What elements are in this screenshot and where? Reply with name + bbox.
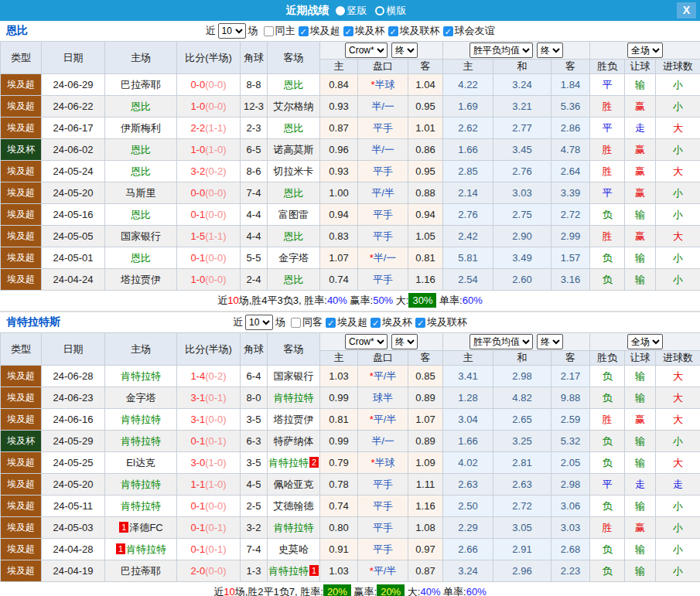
fulltime-score: 0-1	[190, 435, 205, 447]
checkbox-checked-icon[interactable]: ✓	[370, 318, 381, 328]
filter-埃及超[interactable]: ✓埃及超	[326, 315, 367, 329]
crow-select[interactable]: Crow*	[345, 334, 388, 349]
home-team-name: 金字塔	[126, 392, 156, 404]
cell-handicap-result: 赢	[625, 96, 656, 117]
filter-埃及杯[interactable]: ✓埃及杯	[370, 315, 412, 329]
matches-body: 埃及超24-06-29巴拉蒂耶0-0(0-0)8-8恩比0.84*半球1.044…	[1, 74, 700, 291]
cell-mean-away: 1.57	[551, 247, 590, 269]
match-count-select[interactable]: 10	[245, 315, 273, 330]
cell-date: 24-05-11	[42, 496, 105, 517]
cell-mean-home: 3.24	[443, 560, 493, 582]
filter-同客[interactable]: 同客	[291, 315, 323, 329]
cell-odds-away: 1.04	[408, 74, 443, 96]
summary-part: 60%	[466, 586, 487, 596]
home-team-name: 肯特拉特	[126, 543, 166, 555]
cell-handicap: 平手	[358, 517, 408, 539]
radio-selected-icon[interactable]	[336, 6, 345, 15]
match-row: 埃及超24-06-17伊斯梅利2-2(1-1)2-3恩比0.87平手1.012.…	[1, 117, 700, 139]
cell-corners: 2-4	[241, 269, 268, 291]
sections-container: 恩比 近 10 场 同主✓埃及超✓埃及杯✓埃及联杯✓球会友谊 类型 日期 主场	[0, 21, 700, 596]
checkbox-checked-icon[interactable]: ✓	[326, 318, 336, 328]
cell-date: 24-05-03	[42, 517, 105, 539]
match-row: 埃及超24-06-16肯特拉特3-1(0-0)3-5塔拉贾伊0.81*平/半1.…	[1, 409, 700, 431]
cell-goals-result: 小	[656, 247, 700, 269]
cell-mean-away: 3.39	[551, 182, 590, 204]
cell-mean-draw: 3.21	[493, 96, 551, 117]
halftime-score: (0-0)	[205, 187, 226, 199]
checkbox-checked-icon[interactable]: ✓	[343, 26, 353, 36]
cell-result: 胜	[590, 161, 625, 182]
cell-league-type: 埃及超	[1, 366, 42, 387]
final-select[interactable]: 终	[391, 334, 418, 349]
cell-goals-result: 小	[656, 560, 700, 582]
full-select[interactable]: 全场	[627, 43, 663, 58]
cell-odds-away: 0.85	[408, 366, 443, 387]
cell-corners: 5-5	[241, 247, 268, 269]
sub-header-mean-home: 主	[443, 351, 493, 366]
close-icon[interactable]: X	[677, 2, 696, 19]
home-team-name: 塔拉贾伊	[121, 274, 161, 285]
wdl-group-header: 胜平负均值 终	[443, 42, 590, 60]
radio-horizontal-layout[interactable]: 横版	[375, 4, 407, 18]
filter-同主[interactable]: 同主	[264, 24, 295, 38]
crow-select[interactable]: Crow*	[345, 43, 388, 58]
cell-league-type: 埃及超	[1, 117, 42, 139]
cell-mean-draw: 2.98	[493, 366, 551, 387]
home-team-name: 恩比	[131, 144, 151, 155]
cell-mean-draw: 3.24	[493, 74, 551, 96]
match-row: 埃及超24-05-031泽德FC0-1(0-1)3-2肯特拉特0.80平手1.0…	[1, 517, 700, 539]
summary-part: 大:	[405, 586, 420, 596]
filter-埃及杯[interactable]: ✓埃及杯	[343, 24, 385, 38]
cell-odds-home: 0.91	[320, 539, 358, 560]
cell-date: 24-06-02	[42, 139, 105, 161]
checkbox-checked-icon[interactable]: ✓	[415, 318, 425, 328]
cell-league-type: 埃及超	[1, 474, 42, 496]
final-select[interactable]: 终	[537, 43, 563, 58]
filter-埃及超[interactable]: ✓埃及超	[299, 24, 340, 38]
sub-header-odds-away: 客	[408, 60, 443, 74]
checkbox-unchecked-icon[interactable]	[264, 26, 274, 36]
cell-date: 24-04-24	[42, 269, 105, 291]
radio-vertical-layout[interactable]: 竖版	[336, 4, 367, 18]
cell-corners: 12-3	[241, 96, 268, 117]
checkbox-checked-icon[interactable]: ✓	[299, 26, 309, 36]
summary-line: 近10场,胜4平3负3, 胜率:40% 赢率:50% 大:30% 单率:60%	[0, 291, 700, 311]
cell-league-type: 埃及超	[1, 74, 42, 96]
wdl-select[interactable]: 胜平负均值	[470, 43, 533, 58]
final-select[interactable]: 终	[537, 334, 563, 349]
match-row: 埃及超24-04-24塔拉贾伊1-0(0-0)2-4恩比0.74平手1.162.…	[1, 269, 700, 291]
team-section-1: 恩比 近 10 场 同主✓埃及超✓埃及杯✓埃及联杯✓球会友谊 类型 日期 主场	[0, 21, 700, 311]
away-team-name: 艾德翰德	[274, 500, 314, 512]
checkbox-label: 埃及超	[310, 24, 340, 38]
cell-home-team: 恩比	[105, 204, 177, 226]
fulltime-score: 1-5	[190, 230, 205, 242]
wdl-select[interactable]: 胜平负均值	[470, 334, 533, 349]
table-header-row: 类型 日期 主场 比分(半场) 角球 客场 Crow* 终 胜平负均值	[1, 333, 700, 351]
cell-odds-home: 0.84	[320, 74, 358, 96]
final-select[interactable]: 终	[391, 43, 418, 58]
radio-unselected-icon[interactable]	[375, 6, 384, 15]
match-count-select[interactable]: 10	[218, 23, 246, 39]
checkbox-checked-icon[interactable]: ✓	[388, 26, 398, 36]
home-team-name: 巴拉蒂耶	[121, 79, 161, 90]
checkbox-checked-icon[interactable]: ✓	[443, 26, 453, 36]
cell-odds-away: 0.81	[408, 247, 443, 269]
checkbox-unchecked-icon[interactable]	[291, 318, 301, 328]
cell-home-team: 巴拉蒂耶	[105, 560, 177, 582]
filter-埃及联杯[interactable]: ✓埃及联杯	[388, 24, 440, 38]
fulltime-score: 3-1	[190, 414, 205, 425]
cell-result: 负	[590, 366, 625, 387]
handicap-group-header: Crow* 终	[320, 42, 443, 60]
summary-line: 近10场,胜2平1负7, 胜率:20% 赢率:20% 大:40% 单率:60%	[0, 582, 700, 596]
away-team-name: 切拉米卡	[274, 165, 314, 177]
filter-球会友谊[interactable]: ✓球会友谊	[443, 24, 495, 38]
checkbox-label: 同主	[275, 24, 295, 38]
away-team-name: 诺高莫斯	[274, 144, 314, 155]
cell-handicap: 平手	[358, 161, 408, 182]
full-select[interactable]: 全场	[627, 334, 663, 349]
filter-埃及联杯[interactable]: ✓埃及联杯	[415, 315, 467, 329]
cell-handicap-result: 赢	[625, 182, 656, 204]
cell-league-type: 埃及超	[1, 560, 42, 582]
cell-score: 0-1(0-0)	[177, 204, 241, 226]
summary-part: 10	[224, 586, 234, 596]
